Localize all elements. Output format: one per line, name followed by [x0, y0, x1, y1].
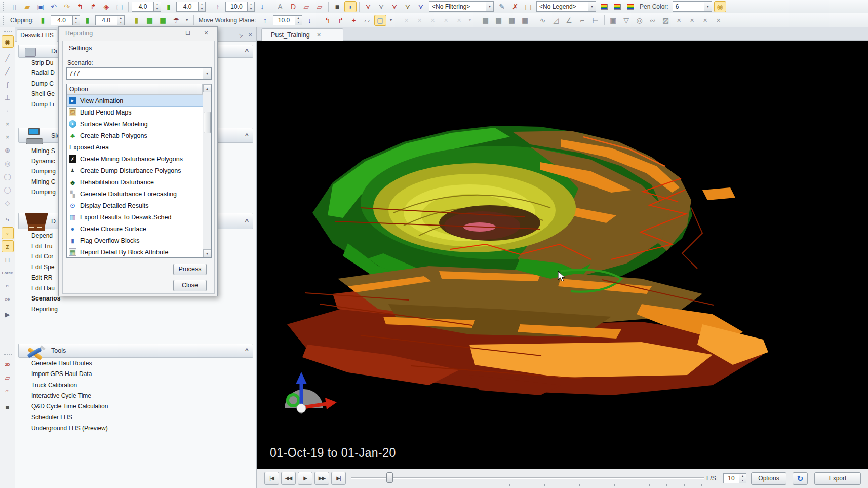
filter-select[interactable]: <No Filtering>▾: [429, 1, 494, 12]
tree-item[interactable]: Truck Calibration: [15, 380, 254, 391]
viewport-tab-pust-training[interactable]: Pust_Training ×: [261, 28, 343, 41]
block-slice-icon[interactable]: ▦: [493, 15, 505, 26]
plane-select-icon[interactable]: ▢: [374, 15, 386, 26]
clip-range-icon[interactable]: ▮: [131, 15, 143, 26]
snap-center-icon[interactable]: ◈: [100, 1, 112, 12]
z-filter-icon[interactable]: z: [2, 240, 14, 252]
clip-bar-2-icon[interactable]: ▮: [82, 15, 94, 26]
new-file-icon[interactable]: ▯: [8, 1, 20, 12]
grade-spinner-2[interactable]: 4.0▴▾: [176, 2, 206, 12]
point-number-icon[interactable]: °1: [2, 214, 14, 226]
skip-start-button[interactable]: |◀: [264, 472, 279, 485]
export-button[interactable]: Export: [814, 472, 861, 485]
tree-item[interactable]: Import GPS Haul Data: [15, 369, 254, 380]
undo-icon[interactable]: ↶: [48, 1, 60, 12]
polyline-nodes-2-icon[interactable]: ×: [686, 15, 698, 26]
plane-down-icon[interactable]: ↓: [304, 15, 316, 26]
dump-outline-dots-icon[interactable]: ▱.: [2, 385, 14, 397]
clip-grid-icon[interactable]: ▦: [144, 15, 156, 26]
option-row[interactable]: ▦Report Detail By Block Attribute: [67, 246, 203, 257]
open-folder-icon[interactable]: ▰: [21, 1, 33, 12]
dialog-close-icon[interactable]: ×: [202, 29, 211, 37]
target-rings-icon[interactable]: ◎: [634, 15, 646, 26]
pen-color-select[interactable]: 6▾: [673, 1, 712, 12]
polygon-clip-icon[interactable]: ▽: [620, 15, 633, 26]
snap-segment-icon[interactable]: ╱: [2, 65, 14, 77]
paste-orientation-icon[interactable]: ↰: [74, 1, 86, 12]
filter-flat-icon[interactable]: ⋎: [402, 1, 414, 12]
timeline-slider-handle[interactable]: [386, 472, 393, 483]
collapse-icon[interactable]: ^: [245, 217, 249, 225]
umbrella-icon[interactable]: ☂: [170, 15, 182, 26]
convert-2d-strip-icon[interactable]: 2D: [2, 358, 14, 370]
lower-icon[interactable]: ↓: [256, 1, 268, 12]
filter-remove-icon[interactable]: ⋎: [388, 1, 401, 12]
option-row[interactable]: ▦Export Results To Deswik.Sched: [67, 211, 203, 223]
cube-dark-icon[interactable]: ■: [2, 401, 14, 413]
close-tab-icon[interactable]: ×: [317, 31, 321, 39]
close-button[interactable]: Close: [173, 280, 207, 291]
process-button[interactable]: Process: [173, 264, 207, 275]
grade-spinner[interactable]: 4.0▴▾: [132, 2, 161, 12]
snap-y-icon[interactable]: ×: [427, 15, 439, 26]
delete-vertices-icon[interactable]: ×: [2, 131, 14, 143]
skip-end-button[interactable]: ▶|: [331, 472, 346, 485]
option-row[interactable]: ▚Generate Disturbance Forecasting: [67, 188, 203, 200]
solid-cube-icon[interactable]: ■: [331, 1, 343, 12]
boundary-frame-icon[interactable]: ▣: [607, 15, 619, 26]
grade-bar-icon[interactable]: ▮: [163, 1, 175, 12]
polyline-nodes-4-icon[interactable]: ×: [713, 15, 725, 26]
snap-tools-icon[interactable]: ʃ: [2, 78, 14, 90]
scroll-down-icon[interactable]: ▾: [203, 249, 211, 257]
plane-origin-icon[interactable]: +: [348, 15, 360, 26]
legend-edit-icon[interactable]: [624, 1, 637, 12]
grid-toggle-icon[interactable]: ◦: [2, 227, 14, 239]
option-row[interactable]: ♣Rehabilitation Disturbance: [67, 176, 203, 188]
redo-icon[interactable]: ↷: [61, 1, 73, 12]
measure-angle-icon[interactable]: ∠: [563, 15, 575, 26]
lock-icon[interactable]: ⊓: [2, 253, 14, 266]
red-polygon-dots-icon[interactable]: ▱: [313, 1, 326, 12]
option-row[interactable]: ▨Build Period Maps: [67, 106, 203, 118]
3d-canvas[interactable]: 01-Oct-19 to 01-Jan-20: [257, 41, 868, 469]
filter-clear-icon[interactable]: ⋎: [362, 1, 374, 12]
clip-above-spinner[interactable]: 4.0▴▾: [51, 15, 80, 25]
paste-orientation-alt-icon[interactable]: ↱: [87, 1, 99, 12]
option-row[interactable]: ♣Create Rehab Polygons: [67, 130, 203, 141]
raise-step-spinner-arrows[interactable]: ▴▾: [248, 2, 255, 12]
dump-outline-icon[interactable]: ▱: [2, 371, 14, 384]
convert-2d-icon[interactable]: D: [287, 1, 299, 12]
grade-spinner-arrows[interactable]: ▴▾: [154, 2, 161, 12]
z-snap-icon[interactable]: z◦: [2, 280, 14, 292]
option-row[interactable]: ⊙Display Detailed Results: [67, 200, 203, 211]
legend-colors-icon[interactable]: [598, 1, 610, 12]
snap-menu-arrow[interactable]: ▾: [466, 15, 474, 26]
equipment-icon[interactable]: ⊛: [2, 144, 14, 156]
shade-solid-icon[interactable]: ◗: [344, 1, 357, 12]
refresh-button[interactable]: ↻: [793, 472, 808, 485]
collapse-icon[interactable]: ^: [245, 347, 249, 354]
delete-vertex-icon[interactable]: ×: [2, 118, 14, 130]
chevron-down-icon[interactable]: ▾: [486, 2, 493, 11]
measure-arc-icon[interactable]: ⌐: [576, 15, 588, 26]
dialog-pin-icon[interactable]: ⊟: [183, 29, 192, 37]
tree-item[interactable]: Reporting: [15, 304, 254, 315]
pin-panel-icon[interactable]: ⊤: [234, 29, 246, 41]
gear-icon[interactable]: ◎: [2, 157, 14, 169]
text-style-icon[interactable]: A: [274, 1, 286, 12]
option-list-scrollbar[interactable]: ▴ ▾: [203, 84, 211, 257]
scenario-select[interactable]: 777 ▾: [66, 67, 212, 80]
tree-item[interactable]: Scheduler LHS: [15, 412, 254, 423]
circle-offset-icon[interactable]: ◯: [2, 183, 14, 196]
survey-flag-icon[interactable]: ◿: [550, 15, 562, 26]
plane-to-point-alt-icon[interactable]: ↱: [335, 15, 347, 26]
snap-xyz-icon[interactable]: ×: [401, 15, 413, 26]
snap-line-icon[interactable]: ╱: [2, 52, 14, 64]
clip-below-spinner-arrows[interactable]: ▴▾: [117, 15, 125, 25]
snap-perpendicular-icon[interactable]: ⊥: [2, 91, 14, 103]
link-nodes-icon[interactable]: ∾: [647, 15, 659, 26]
clip-above-spinner-arrows[interactable]: ▴▾: [73, 15, 80, 25]
close-panel-icon[interactable]: ×: [246, 31, 254, 39]
chevron-down-icon[interactable]: ▾: [704, 2, 712, 11]
clip-bar-icon[interactable]: ▮: [37, 15, 49, 26]
